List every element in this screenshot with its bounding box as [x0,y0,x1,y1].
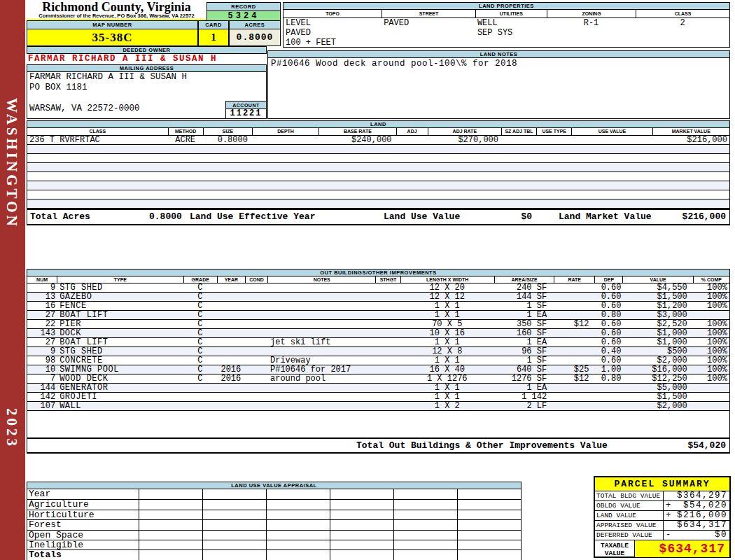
column-header: NUM [27,276,57,283]
column-header: ADJ [396,128,428,135]
ob-year [217,284,245,292]
land-totals-row: Total Acres 0.8000 Land Use Effective Ye… [27,209,730,225]
ob-comp: 100% [693,356,729,365]
ob-notes: jet ski lift [267,338,375,346]
ob-type: FENCE [57,302,183,310]
ob-sthgt [375,284,400,292]
ob-cond [245,393,267,401]
ob-area-size: 1276 SF [494,374,554,383]
ob-grade: C [183,293,217,301]
land-notes-text: P#10646 Wood deck around pool-100\% for … [268,58,729,69]
summary-row-label: OBLDG VALUE [595,501,664,510]
summary-row-value: $0 [673,531,729,540]
ob-rate [554,347,594,356]
ob-cond [245,320,267,328]
card-label: CARD [198,20,229,29]
ob-notes [267,393,375,401]
ob-year [217,338,245,346]
ob-cond [245,347,267,356]
out-buildings-total-value: $54,020 [608,439,729,452]
column-header: USE TYPE [536,128,571,135]
mailing-line: FARMAR RICHARD A III & SUSAN H [27,72,266,83]
ob-notes [267,311,375,319]
land-use-type [536,136,571,144]
ob-year [217,302,245,310]
county-header: Richmond County, Virginia Commissioner o… [27,1,206,20]
utilities-value: WELL [475,18,547,28]
summary-row: TOTAL BLDG VALUE $364,297 [595,491,729,501]
summary-row-label: TOTAL BLDG VALUE [595,491,664,500]
land-method: ACRE [168,136,203,144]
appraisal-row: Totals [27,550,521,559]
ob-notes [267,284,375,292]
ob-sthgt [375,365,400,374]
appraisal-row: Agriculture [27,499,521,509]
class-value [636,38,729,48]
ob-dep: 0.60 [594,284,622,292]
out-building-row: 27 BOAT LIFT C 1 X 1 1 EA 0.80 $3,000 [27,311,729,320]
ob-comp: 100% [693,374,729,383]
land-properties-title: LAND PROPERTIES [283,2,730,10]
land-class: 236 T RVRFRTAC [27,136,168,144]
column-header: ADJ RATE [428,128,501,135]
appraisal-row: Year [27,489,521,499]
column-header: STREET [382,10,475,18]
summary-row: DEFERRED VALUE - $0 [595,531,729,540]
out-building-row: 27 BOAT LIFT C jet ski lift 1 X 1 1 EA 0… [27,338,729,347]
out-buildings-rows: 9 STG SHED C 12 X 20 240 SF 0.60 $4,550 … [27,284,730,411]
ob-grade [183,393,217,401]
street-value: PAVED [382,18,475,28]
ob-length-width: 12 X 20 [400,284,494,292]
land-use-value: $0 [489,210,532,224]
land-properties-section: LAND PROPERTIES TOPOSTREETUTILITIESZONIN… [283,2,730,48]
ob-rate [554,302,594,310]
map-number-box: MAP NUMBER 35-38C [27,20,198,46]
out-building-row: 98 CONCRETE C Driveway 1 X 1 1 SF 0.60 $… [27,356,729,365]
ob-length-width: 70 X 5 [400,320,494,328]
ob-comp: 100% [693,347,729,356]
summary-row: OBLDG VALUE + $54,020 [595,501,729,511]
ob-value: $1,200 [622,302,692,310]
ob-area-size: 1 SF [494,356,554,365]
ob-length-width: 1 X 2 [400,402,494,410]
ob-area-size: 1 EA [494,338,554,346]
column-header: SIZE [203,128,252,135]
out-building-row: 144 GENERATOR 1 X 1 1 EA $5,000 [27,384,729,393]
land-notes-section: LAND NOTES P#10646 Wood deck around pool… [267,50,730,119]
ob-rate [554,338,594,346]
ob-cond [245,302,267,310]
acres-box: ACRES 0.8000 [229,20,281,46]
ob-rate [554,329,594,337]
ob-sthgt [375,402,400,410]
ob-length-width: 16 X 40 [400,365,494,374]
ob-num: 27 [27,311,57,319]
ob-sthgt [375,356,400,365]
ob-num: 142 [27,393,57,401]
ob-notes [267,347,375,356]
ob-value: $2,000 [622,356,692,365]
column-header: METHOD [168,128,203,135]
ob-type: BOAT LIFT [57,338,183,346]
mailing-line: PO BOX 1181 [27,83,266,93]
summary-row: APPRAISED VALUE $634,317 [595,521,729,531]
ob-rate: $25 [554,365,594,374]
ob-notes: around pool [267,374,375,383]
deeded-owner-value: FARMAR RICHARD A III & SUSAN H [27,54,268,64]
column-header: STHGT [375,276,400,283]
ob-length-width: 1 X 1 [400,302,494,310]
ob-area-size: 240 SF [494,284,554,292]
ob-value: $500 [622,347,692,356]
ob-area-size: 1 142 [494,393,554,401]
class-value: 2 [636,18,729,28]
ob-comp [693,311,729,319]
out-building-row: 143 DOCK C 10 X 16 160 SF 0.60 $1,000 10… [27,329,729,338]
land-use-effective-year-label: Land Use Effective Year [190,210,384,224]
land-market-value: $216,000 [674,210,729,224]
ob-comp [693,402,729,410]
ob-year: 2016 [217,365,245,374]
land-use-value-label: Land Use Value [384,210,489,224]
ob-rate [554,393,594,401]
ob-year [217,320,245,328]
column-header: USE VALUE [571,128,652,135]
ob-notes [267,293,375,301]
